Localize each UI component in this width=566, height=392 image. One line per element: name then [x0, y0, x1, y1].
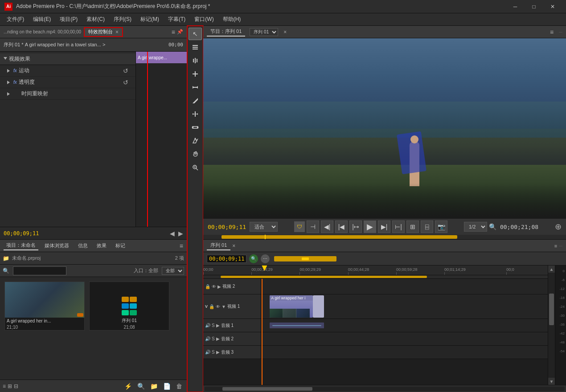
effects-panel-menu[interactable]: ≡	[172, 29, 175, 36]
new-item-btn[interactable]: 📄	[161, 382, 172, 391]
track-a3-solo-icon[interactable]: S	[212, 350, 215, 355]
scrollbar-track[interactable]	[548, 273, 555, 378]
project-tab-project[interactable]: 项目：未命名	[4, 241, 38, 250]
tool-razor[interactable]	[189, 94, 202, 107]
project-item-video[interactable]: A girl wrapped her in... 21;10	[4, 282, 85, 331]
track-a1-solo-icon[interactable]: S	[212, 323, 215, 328]
track-a3-area[interactable]	[261, 346, 548, 359]
timeline-scrollbar[interactable]: ▲ ▼	[548, 265, 555, 385]
track-a2-solo-icon[interactable]: S	[212, 336, 215, 341]
panel-pin-icon[interactable]: 📌	[177, 29, 183, 35]
effects-prev-btn[interactable]: ◀	[170, 230, 175, 237]
tool-ripple-edit[interactable]	[189, 54, 202, 67]
menu-sequence[interactable]: 序列(S)	[109, 14, 136, 25]
track-v1-lock-icon[interactable]: 🔒	[209, 304, 214, 309]
new-bin-btn[interactable]: 📁	[148, 382, 160, 391]
track-a3-expand-icon[interactable]: ▶	[216, 350, 220, 355]
inlet-dropdown[interactable]: 全部	[162, 267, 184, 275]
effects-control-tab[interactable]: 特效控制台 ×	[84, 27, 123, 37]
play-btn[interactable]: ▶	[364, 220, 376, 233]
motion-reset-btn[interactable]: ↺	[123, 67, 128, 74]
add-track-btn[interactable]: ⊕	[555, 222, 562, 232]
preview-tab-program[interactable]: 节目：序列 01	[207, 27, 245, 37]
video-clip-block[interactable]: A girl wrapped her i	[270, 295, 312, 318]
video-clip-2[interactable]	[313, 295, 324, 318]
loop-btn[interactable]: |↦	[349, 220, 362, 233]
multi-cam-btn[interactable]: ⊞	[406, 220, 419, 233]
effect-row-time-remap[interactable]: 时间重映射	[0, 88, 135, 100]
find-btn[interactable]: 🔍	[135, 382, 147, 391]
track-a3-mute-icon[interactable]: 🔊	[205, 350, 210, 355]
scroll-up-btn[interactable]: ▲	[548, 265, 555, 273]
trim-btn[interactable]: ⌸	[421, 220, 433, 233]
tool-pen[interactable]	[189, 135, 202, 147]
tool-track-select[interactable]	[189, 41, 202, 53]
tool-slip[interactable]	[189, 108, 202, 120]
tool-rate-stretch[interactable]	[189, 81, 202, 94]
timeline-timecode[interactable]: 00;00;09;11	[207, 255, 246, 263]
timeline-tab-seq01[interactable]: 序列 01	[207, 241, 230, 250]
project-tab-markers[interactable]: 标记	[113, 241, 128, 250]
opacity-reset-btn[interactable]: ↺	[123, 79, 128, 86]
grid-view-icon[interactable]: ⊞	[8, 383, 12, 389]
reverse-btn[interactable]: |◀	[335, 220, 348, 233]
auto-sequence-btn[interactable]: ⚡	[123, 382, 134, 391]
project-tab-effects[interactable]: 效果	[94, 241, 109, 250]
menu-title[interactable]: 字幕(T)	[164, 14, 190, 25]
effects-next-btn[interactable]: ▶	[178, 230, 183, 237]
tool-zoom[interactable]	[189, 161, 202, 174]
track-a2-mute-icon[interactable]: 🔊	[205, 336, 210, 341]
track-v1-eye-icon[interactable]: 👁	[216, 304, 220, 309]
preview-sequence-select[interactable]: 序列 01	[250, 28, 278, 36]
work-area-scrubbar[interactable]	[203, 275, 548, 279]
maximize-button[interactable]: □	[525, 0, 543, 13]
track-a1-area[interactable]	[261, 319, 548, 332]
menu-clip[interactable]: 素材(C)	[82, 14, 109, 25]
tool-slide[interactable]	[189, 121, 202, 134]
close-button[interactable]: ✕	[544, 0, 562, 13]
preview-fit-dropdown[interactable]: 适合 25% 50% 100%	[250, 222, 278, 232]
scrollbar-thumb[interactable]	[549, 294, 554, 325]
video-effects-section[interactable]: 视频效果	[0, 53, 135, 65]
track-v2-eye-icon[interactable]: 👁	[212, 284, 216, 289]
link-icon[interactable]: ⋯	[261, 254, 270, 263]
list-view-icon[interactable]: ≡	[3, 383, 6, 389]
work-area-bar[interactable]	[274, 256, 336, 261]
project-tab-media[interactable]: 媒体浏览器	[42, 241, 72, 250]
menu-window[interactable]: 窗口(W)	[190, 14, 218, 25]
timeline-expand-icon[interactable]: ─	[559, 243, 562, 249]
project-tab-info[interactable]: 信息	[75, 241, 90, 250]
timeline-panel-menu[interactable]: ≡	[554, 243, 557, 249]
preview-close-icon[interactable]: ×	[283, 29, 287, 35]
track-a1-expand-icon[interactable]: ▶	[216, 323, 220, 328]
scroll-down-btn[interactable]: ▼	[548, 378, 555, 385]
next-edit-btn[interactable]: ⊢|	[392, 220, 405, 233]
menu-project[interactable]: 项目(P)	[55, 14, 82, 25]
effect-row-opacity[interactable]: fx 透明度 ↺	[0, 77, 135, 88]
step-fwd-btn[interactable]: ▶|	[378, 220, 390, 233]
track-v2-lock-icon[interactable]: 🔒	[205, 284, 210, 289]
project-search-input[interactable]	[13, 266, 66, 275]
freeform-view-icon[interactable]: ⊟	[14, 383, 18, 389]
track-v1-expand-icon[interactable]: ▼	[221, 304, 226, 309]
track-a2-expand-icon[interactable]: ▶	[216, 336, 220, 341]
quality-dropdown[interactable]: 1/2 1/4 Full	[464, 222, 487, 232]
tool-multi-camera[interactable]	[189, 68, 202, 80]
effect-row-motion[interactable]: fx 运动 ↺	[0, 65, 135, 77]
preview-time-current[interactable]: 00;00;09;11	[208, 224, 246, 230]
project-folder-icon[interactable]: 📁	[3, 255, 9, 261]
prev-in-btn[interactable]: ⊣	[307, 220, 319, 233]
preview-mini-scrubbar[interactable]	[203, 235, 566, 239]
menu-edit[interactable]: 编辑(E)	[29, 14, 55, 25]
project-item-sequence[interactable]: 序列 01 21;08	[89, 282, 169, 331]
camera-btn[interactable]: 📷	[435, 220, 447, 233]
tool-hand[interactable]	[189, 148, 202, 160]
timeline-h-scrollbar[interactable]	[205, 387, 565, 391]
timeline-close-icon[interactable]: ×	[232, 243, 235, 249]
delete-btn[interactable]: 🗑	[174, 382, 184, 391]
track-v2-expand-icon[interactable]: ▶	[217, 284, 221, 289]
tool-selection[interactable]: ↖	[189, 28, 202, 40]
track-v1-area[interactable]: A girl wrapped her i	[261, 294, 548, 318]
track-v2-area[interactable]	[261, 279, 548, 294]
track-a2-area[interactable]	[261, 332, 548, 345]
